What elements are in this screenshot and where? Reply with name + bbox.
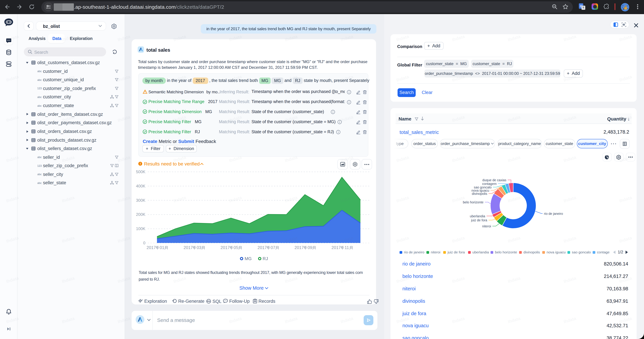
svg-text:01: 01 (160, 245, 164, 250)
svg-text:200K: 200K (136, 212, 146, 217)
svg-text:niteroi: niteroi (482, 224, 491, 228)
svg-text:2017: 2017 (258, 245, 267, 250)
svg-text:03: 03 (196, 245, 201, 250)
svg-text:11: 11 (345, 245, 349, 250)
svg-text:2017: 2017 (332, 245, 341, 250)
svg-text:2017: 2017 (184, 245, 193, 250)
svg-text:100K: 100K (136, 226, 146, 231)
svg-text:2017: 2017 (146, 245, 156, 250)
svg-text:SQL: SQL (207, 300, 211, 302)
svg-text:300K: 300K (136, 198, 146, 202)
svg-text:contagem: contagem (482, 182, 496, 186)
svg-text:belo horizonte: belo horizonte (463, 200, 484, 204)
svg-text:500K: 500K (136, 170, 146, 174)
svg-text:09: 09 (308, 245, 312, 250)
svg-text:duque de caxias: duque de caxias (482, 178, 506, 182)
svg-text:rio de janeiro: rio de janeiro (544, 212, 563, 216)
svg-text:divinopolis: divinopolis (472, 192, 487, 196)
svg-text:uberlandia: uberlandia (470, 214, 485, 218)
svg-text:juiz de fora: juiz de fora (471, 218, 487, 222)
svg-text:2017: 2017 (220, 245, 230, 250)
svg-text:0: 0 (143, 241, 146, 245)
svg-text:400K: 400K (136, 184, 146, 188)
svg-text:07: 07 (271, 245, 275, 250)
svg-text:2017: 2017 (294, 245, 304, 250)
svg-text:05: 05 (234, 245, 238, 250)
